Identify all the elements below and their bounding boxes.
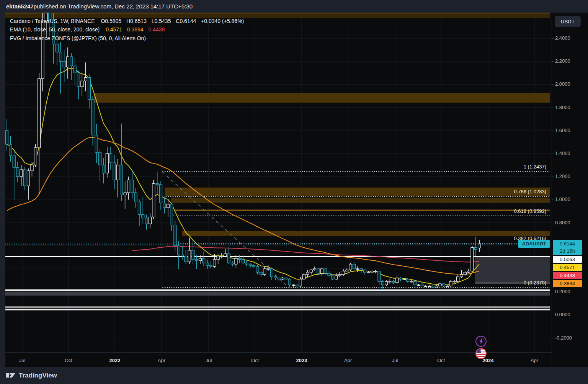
- candle-body: [320, 269, 323, 273]
- candle-body: [413, 281, 416, 285]
- candle-body: [410, 281, 413, 282]
- price-axis[interactable]: USDT 0.6144 2d 16h 2.40002.20002.00001.8…: [552, 13, 588, 367]
- candle-body: [34, 148, 37, 165]
- time-axis-label: Jul: [392, 358, 399, 363]
- price-tick-mark: [552, 199, 554, 200]
- lightning-icon: [478, 338, 484, 345]
- candle-body: [317, 269, 320, 273]
- price-tag: 0.3894: [553, 280, 582, 287]
- price-tick-mark: [552, 131, 554, 131]
- time-axis-label: Apr: [158, 358, 165, 363]
- candle-body: [188, 250, 191, 262]
- candle-body: [38, 78, 41, 148]
- us-flag-canton: [476, 349, 481, 353]
- symbol-flag-text: ADAUSDT: [522, 241, 546, 247]
- candle-body: [156, 183, 158, 185]
- candle-body: [324, 269, 327, 273]
- candle-body: [206, 263, 209, 265]
- price-tick-mark: [552, 38, 554, 39]
- candle-body: [371, 271, 373, 272]
- candle-body: [192, 250, 194, 260]
- time-axis-label: Apr: [344, 358, 352, 363]
- candle-body: [338, 275, 341, 276]
- candle-body: [142, 215, 144, 218]
- candle-body: [349, 264, 352, 270]
- candle-body: [253, 265, 255, 266]
- time-axis-label: Oct: [65, 358, 72, 363]
- price-tick-label: -0.2000: [555, 335, 572, 341]
- candle-body: [238, 258, 241, 260]
- candle-body: [242, 260, 245, 263]
- currency-toggle-button[interactable]: USDT: [555, 16, 581, 27]
- ohlc-high: H0.6513: [126, 18, 147, 24]
- candle-body: [31, 165, 33, 171]
- time-axis-label: 2024: [483, 358, 494, 363]
- candle-body: [314, 269, 316, 270]
- candle-body: [303, 275, 305, 279]
- candle-body: [267, 269, 270, 270]
- fib-level-label: 0.786 (1.0283): [514, 189, 546, 194]
- level-band: [5, 289, 550, 291]
- footer: TradingView: [0, 367, 588, 384]
- candle-body: [220, 256, 223, 257]
- price-tick-label: 1.0000: [555, 196, 570, 202]
- us-economic-event-icon[interactable]: [475, 348, 487, 359]
- candle-body: [138, 202, 140, 214]
- price-tick-mark: [552, 315, 554, 315]
- time-axis-label: Jul: [206, 358, 212, 363]
- candle-body: [6, 131, 8, 144]
- price-tag: 0.4571: [553, 264, 582, 271]
- candle-body: [167, 204, 169, 208]
- price-tick-label: 2.4000: [555, 35, 570, 41]
- candle-body: [227, 254, 230, 263]
- candle-body: [249, 264, 252, 265]
- fib-level-label: 0 (0.2370): [524, 280, 546, 286]
- candle-body: [88, 77, 91, 99]
- price-tick-mark: [552, 108, 554, 108]
- candle-body: [356, 269, 359, 270]
- candle-body: [453, 281, 456, 282]
- candle-body: [428, 286, 431, 287]
- candle-body: [185, 256, 187, 262]
- bar-countdown: 2d 16h: [553, 247, 582, 255]
- price-tick-mark: [552, 338, 554, 338]
- symbol-price-flag: ADAUSDT: [518, 240, 550, 248]
- price-tick-label: 1.8000: [555, 105, 570, 110]
- candle-body: [174, 225, 176, 246]
- ema-indicator-label: EMA (10, close, 50, close, 200, close): [10, 26, 100, 33]
- chart-panel[interactable]: Cardano / TetherUS, 1W, BINANCE O0.5805 …: [5, 13, 552, 367]
- price-tick-label: 1.2000: [555, 173, 570, 179]
- candle-body: [145, 218, 148, 224]
- candle-body: [288, 279, 291, 285]
- candle-body: [213, 260, 216, 266]
- power-event-icon[interactable]: [475, 336, 487, 347]
- candle-body: [385, 281, 388, 285]
- candle-body: [160, 185, 162, 203]
- candle-body: [278, 278, 280, 279]
- candle-body: [170, 204, 173, 225]
- candle-body: [181, 255, 184, 256]
- candle-body: [460, 275, 463, 277]
- price-tick-label: 0.8000: [555, 220, 570, 225]
- time-axis-label: Jul: [19, 358, 26, 363]
- candle-body: [407, 279, 409, 281]
- candle-body: [421, 285, 423, 286]
- candle-body: [285, 278, 287, 279]
- legend-row-ema: EMA (10, close, 50, close, 200, close) 0…: [10, 26, 165, 33]
- price-tick-label: 0.0000: [555, 312, 570, 317]
- candle-body: [20, 170, 23, 176]
- fib-level-label: 1 (1.2437): [524, 164, 546, 170]
- price-tag: 0.4438: [553, 272, 582, 279]
- candle-body: [13, 156, 15, 167]
- price-tag: 0.5063: [553, 256, 582, 263]
- candle-body: [260, 272, 262, 275]
- candle-body: [177, 246, 180, 255]
- candle-body: [457, 277, 459, 281]
- candle-body: [389, 281, 391, 282]
- candle-body: [199, 258, 201, 261]
- candle-body: [417, 285, 420, 286]
- fvg-zone: [5, 14, 550, 18]
- candle-body: [367, 272, 370, 273]
- candle-body: [425, 286, 427, 287]
- candle-body: [203, 258, 205, 263]
